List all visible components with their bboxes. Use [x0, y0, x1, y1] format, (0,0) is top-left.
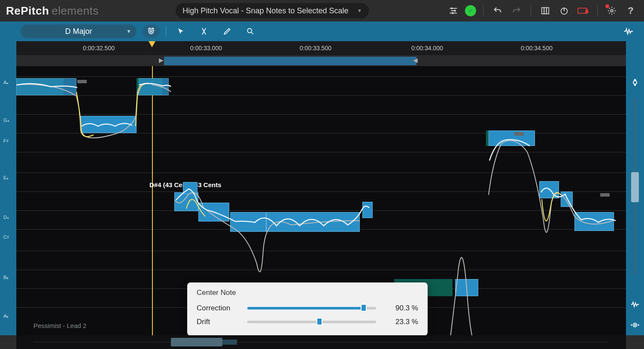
time-tick: 0:00:33.500	[300, 45, 331, 52]
waveform-small-button[interactable]	[629, 298, 641, 310]
time-tick: 0:00:34.500	[521, 45, 553, 52]
axis-label: E₄	[3, 175, 8, 181]
track-name-label: Pessimist - Lead 2	[33, 322, 86, 329]
axis-label: A₄	[3, 80, 8, 85]
preset-settings-button[interactable]	[446, 3, 461, 18]
axis-label: D₄	[3, 215, 9, 220]
tool-bar: D Major ▼	[0, 21, 644, 41]
logo-text-1: RePitch	[6, 4, 49, 17]
compare-columns-button[interactable]	[538, 3, 553, 18]
vzoom-fit-button[interactable]	[629, 76, 641, 88]
pitch-grid[interactable]: D#4 (43 Cents) -3 Cents	[16, 66, 626, 335]
time-ruler[interactable]: 0:00:32.500 0:00:33.000 0:00:33.500 0:00…	[16, 41, 626, 56]
svg-rect-5	[547, 8, 549, 14]
notification-dot-icon	[605, 4, 609, 8]
slider-knob[interactable]	[361, 304, 367, 312]
link-lock-button[interactable]	[576, 3, 590, 18]
axis-label: F♯	[3, 138, 9, 144]
chevron-down-icon: ▼	[357, 8, 362, 14]
scrollbar-thumb[interactable]	[171, 338, 222, 346]
chevron-down-icon: ▼	[126, 28, 131, 34]
divider	[483, 5, 483, 16]
pitch-editor[interactable]: 0:00:32.500 0:00:33.000 0:00:33.500 0:00…	[16, 41, 626, 335]
preset-dropdown[interactable]: High Pitch Vocal - Snap Notes to Selecte…	[176, 3, 369, 18]
arrow-tool-button[interactable]	[172, 24, 189, 38]
status-ok-indicator[interactable]	[465, 5, 476, 16]
snap-magnet-button[interactable]	[143, 24, 160, 38]
svg-point-11	[633, 81, 637, 84]
help-button[interactable]: ?	[623, 3, 638, 18]
drift-slider[interactable]	[247, 321, 376, 323]
axis-label: B₃	[3, 275, 8, 280]
time-tick: 0:00:34.000	[411, 45, 443, 52]
top-bar: RePitchelements High Pitch Vocal - Snap …	[0, 0, 644, 21]
loop-start-handle[interactable]: ▶	[159, 57, 164, 64]
playhead-marker-icon[interactable]	[149, 41, 155, 47]
overview-waveform	[33, 337, 609, 347]
right-rail	[626, 41, 644, 335]
scale-label: D Major	[65, 27, 92, 36]
correction-slider[interactable]	[247, 307, 376, 310]
waveform-toggle-button[interactable]	[620, 24, 637, 38]
drift-value: 23.3 %	[384, 318, 418, 326]
svg-point-0	[451, 7, 453, 9]
svg-rect-8	[585, 10, 588, 13]
correction-value: 90.3 %	[384, 304, 418, 313]
preferences-button[interactable]	[605, 3, 619, 18]
main-editor-area: A₄ G₄ F♯ E₄ D₄ C♯ B₃ A₃ 0:00:32.500 0:00…	[0, 41, 644, 335]
overview-scrollbar[interactable]	[16, 335, 626, 349]
slider-thumb[interactable]	[631, 172, 639, 202]
svg-point-9	[611, 9, 613, 12]
time-tick: 0:00:33.000	[190, 45, 222, 52]
loop-region-bar[interactable]: ▶ ◀	[16, 56, 626, 66]
zoom-tool-button[interactable]	[242, 24, 259, 38]
drift-label: Drift	[197, 318, 240, 326]
svg-point-2	[452, 12, 454, 14]
loop-end-handle[interactable]: ◀	[413, 57, 418, 64]
divider	[531, 5, 531, 16]
axis-label: C♯	[3, 234, 9, 240]
panel-title: Center Note	[197, 288, 418, 297]
undo-button[interactable]	[490, 3, 505, 18]
vertical-zoom-slider[interactable]	[633, 98, 637, 275]
loop-range[interactable]	[164, 57, 416, 65]
split-tool-button[interactable]	[195, 24, 213, 38]
time-tick: 0:00:32.500	[83, 45, 115, 52]
note-axis: A₄ G₄ F♯ E₄ D₄ C♯ B₃ A₃	[0, 41, 16, 335]
app-logo: RePitchelements	[6, 4, 99, 18]
hzoom-fit-button[interactable]	[629, 319, 641, 331]
axis-label: A₃	[3, 313, 8, 319]
scale-dropdown[interactable]: D Major ▼	[21, 24, 137, 38]
slider-knob[interactable]	[316, 318, 322, 325]
divider	[166, 26, 166, 36]
logo-text-2: elements	[52, 4, 99, 17]
draw-tool-button[interactable]	[219, 24, 236, 38]
svg-point-1	[454, 10, 456, 12]
axis-label: G₄	[3, 118, 9, 123]
svg-point-10	[247, 28, 252, 33]
redo-button[interactable]	[509, 3, 524, 18]
divider	[597, 5, 598, 16]
preset-label: High Pitch Vocal - Snap Notes to Selecte…	[182, 6, 348, 15]
correction-label: Correction	[197, 304, 240, 313]
center-note-panel[interactable]: Center Note Correction 90.3 % Drift	[187, 282, 428, 335]
power-button[interactable]	[557, 3, 571, 18]
